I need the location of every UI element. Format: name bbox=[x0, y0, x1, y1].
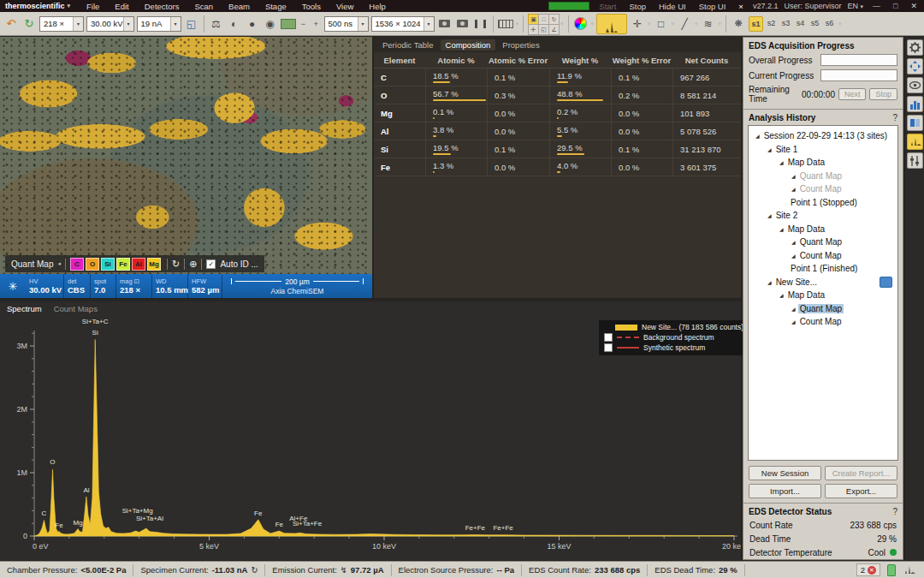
chevron-down-icon[interactable]: ▾ bbox=[560, 21, 564, 27]
beam-current-dropdown[interactable]: 19 nA▾ bbox=[137, 16, 181, 32]
element-chip-Si[interactable]: Si bbox=[101, 258, 115, 271]
stop-button[interactable]: Stop bbox=[625, 2, 649, 11]
acquisition-stop-button[interactable]: Stop bbox=[869, 88, 897, 100]
table-row[interactable]: O56.7 %0.3 %48.8 %0.2 %8 581 214 bbox=[374, 86, 741, 104]
beam-settings-gear-icon[interactable] bbox=[907, 39, 923, 56]
new-session-button[interactable]: New Session bbox=[749, 466, 821, 480]
table-row[interactable]: Fe1.3 %0.0 %4.0 %0.0 %3 601 375 bbox=[374, 158, 741, 176]
legend-checkbox[interactable] bbox=[604, 343, 613, 352]
tab-spectrum[interactable]: Spectrum bbox=[7, 304, 42, 313]
import-button[interactable]: Import... bbox=[749, 484, 821, 498]
table-row[interactable]: Al3.8 %0.0 %5.5 %0.0 %5 078 526 bbox=[374, 122, 741, 140]
snapshot-icon[interactable] bbox=[455, 15, 471, 33]
detector-view-eye-icon[interactable] bbox=[907, 77, 923, 93]
spectrum-status-icon[interactable] bbox=[903, 565, 915, 575]
scan-preset-icon[interactable] bbox=[281, 19, 296, 29]
resolution-dropdown[interactable]: 1536 × 1024▾ bbox=[371, 16, 435, 32]
session-settings-icon[interactable]: ❋ bbox=[731, 15, 746, 33]
voltage-dropdown[interactable]: 30.00 kV▾ bbox=[86, 16, 134, 32]
tree-item[interactable]: ◢Count Map bbox=[749, 249, 897, 263]
menu-stage[interactable]: Stage bbox=[258, 2, 294, 11]
tree-expander-icon[interactable]: ◢ bbox=[779, 226, 784, 232]
session-tab-s2[interactable]: s2 bbox=[765, 16, 778, 30]
menu-scan[interactable]: Scan bbox=[187, 2, 221, 11]
sem-quant-map-image[interactable]: Quant Map ◂ COSiFeAlMg ↻ ⊕ ✓ Auto ID ... bbox=[0, 37, 372, 274]
stage-navigation-icon[interactable] bbox=[907, 58, 923, 74]
session-tab-s3[interactable]: s3 bbox=[779, 16, 792, 30]
tree-expander-icon[interactable]: ◢ bbox=[791, 239, 796, 245]
minimize-icon[interactable]: — bbox=[869, 2, 884, 10]
rectangle-tool-icon[interactable]: □ bbox=[654, 15, 669, 33]
tree-expander-icon[interactable]: ◢ bbox=[791, 186, 796, 192]
menu-file[interactable]: File bbox=[79, 2, 107, 11]
export-icon[interactable] bbox=[880, 277, 892, 288]
hide-ui-button[interactable]: Hide UI bbox=[655, 2, 690, 11]
stage-rotation-icon[interactable]: ↻ bbox=[21, 15, 37, 33]
maximize-icon[interactable]: □ bbox=[890, 2, 901, 10]
legend-item[interactable]: New Site... (78 183 586 counts) bbox=[604, 323, 759, 331]
photo-capture-icon[interactable] bbox=[437, 15, 453, 33]
tree-item[interactable]: ◢Site 1 bbox=[749, 143, 897, 157]
undo-icon[interactable]: ↶ bbox=[3, 15, 19, 33]
tree-item[interactable]: ◢Quant Map bbox=[749, 302, 897, 316]
auto-id-checkbox[interactable]: ✓ bbox=[206, 259, 216, 269]
tree-expander-icon[interactable]: ◢ bbox=[791, 306, 796, 312]
pause-icon[interactable] bbox=[473, 15, 489, 33]
chevron-down-icon[interactable]: ▾ bbox=[516, 21, 519, 27]
element-chip-O[interactable]: O bbox=[86, 258, 99, 271]
vacuum-status-icon[interactable] bbox=[887, 564, 896, 576]
create-report-button[interactable]: Create Report... bbox=[825, 466, 897, 480]
session-tab-s4[interactable]: s4 bbox=[794, 16, 807, 30]
contrast-icon[interactable]: ◐ bbox=[227, 15, 242, 33]
dwell-minus-button[interactable]: − bbox=[299, 15, 309, 33]
tree-item[interactable]: ◢Map Data bbox=[749, 223, 897, 236]
auto-contrast-brightness-icon[interactable]: ⚖ bbox=[209, 15, 224, 33]
error-counter[interactable]: 2 ✕ bbox=[856, 563, 880, 576]
export-button[interactable]: Export... bbox=[825, 484, 897, 498]
eds-spectrum-button[interactable] bbox=[596, 14, 627, 34]
tab-composition[interactable]: Composition bbox=[441, 39, 496, 51]
tree-item[interactable]: ◢Map Data bbox=[749, 289, 897, 302]
table-row[interactable]: Mg0.1 %0.0 %0.2 %0.0 %101 893 bbox=[374, 104, 741, 122]
tree-expander-icon[interactable]: ◢ bbox=[767, 279, 772, 285]
center-position-icon[interactable]: ⊕ bbox=[189, 259, 197, 270]
beam-spot-icon[interactable]: ◉ bbox=[263, 15, 278, 33]
color-overlay-icon[interactable] bbox=[573, 15, 589, 33]
menu-tools[interactable]: Tools bbox=[294, 2, 329, 11]
tree-item[interactable]: ◢New Site... bbox=[749, 276, 897, 289]
element-chip-Al[interactable]: Al bbox=[132, 258, 145, 271]
tree-item[interactable]: Point 1 (Stopped) bbox=[749, 196, 897, 210]
reduced-area-icon[interactable]: ◱ bbox=[184, 15, 199, 33]
data-chart-icon[interactable] bbox=[907, 96, 923, 112]
help-icon[interactable]: ? bbox=[892, 113, 897, 122]
chevron-down-icon[interactable]: ▾ bbox=[838, 21, 842, 27]
dwell-plus-button[interactable]: + bbox=[311, 15, 322, 33]
legend-checkbox[interactable] bbox=[604, 333, 613, 342]
element-chip-Fe[interactable]: Fe bbox=[116, 258, 130, 271]
session-tab-s6[interactable]: s6 bbox=[823, 16, 836, 30]
close-icon[interactable]: ✕ bbox=[907, 2, 921, 10]
tree-item[interactable]: Point 1 (Finished) bbox=[749, 262, 897, 276]
help-icon[interactable]: ? bbox=[892, 507, 897, 516]
menu-beam[interactable]: Beam bbox=[221, 2, 258, 11]
chevron-left-icon[interactable]: ◂ bbox=[57, 260, 61, 267]
tab-properties[interactable]: Properties bbox=[497, 39, 544, 51]
preferences-sliders-icon[interactable] bbox=[907, 152, 923, 169]
tree-item[interactable]: ◢Count Map bbox=[749, 182, 897, 196]
tab-periodic-table[interactable]: Periodic Table bbox=[377, 39, 439, 51]
next-button[interactable]: Next bbox=[838, 88, 867, 100]
legend-item[interactable]: Synthetic spectrum bbox=[604, 343, 759, 352]
tree-item[interactable]: ◢Session 22-09-29 14:13 (3 sites) bbox=[749, 129, 897, 143]
session-tab-s5[interactable]: s5 bbox=[808, 16, 821, 30]
angle-tool-icon[interactable]: ∠ bbox=[548, 24, 560, 35]
tree-item[interactable]: ◢Count Map bbox=[749, 315, 897, 329]
table-row[interactable]: C18.5 %0.1 %11.9 %0.1 %967 266 bbox=[374, 69, 741, 86]
tree-item[interactable]: ◢Site 2 bbox=[749, 209, 897, 223]
legend-item[interactable]: Background spectrum bbox=[604, 333, 759, 342]
thermoscientific-menu[interactable]: thermoscientific ▾ bbox=[0, 2, 79, 10]
start-button[interactable]: Start bbox=[595, 2, 619, 11]
table-row[interactable]: Si19.5 %0.1 %29.5 %0.1 %31 213 870 bbox=[374, 140, 741, 158]
tree-item[interactable]: ◢Quant Map bbox=[749, 170, 897, 183]
tree-expander-icon[interactable]: ◢ bbox=[767, 146, 772, 152]
element-chip-C[interactable]: C bbox=[70, 258, 84, 271]
